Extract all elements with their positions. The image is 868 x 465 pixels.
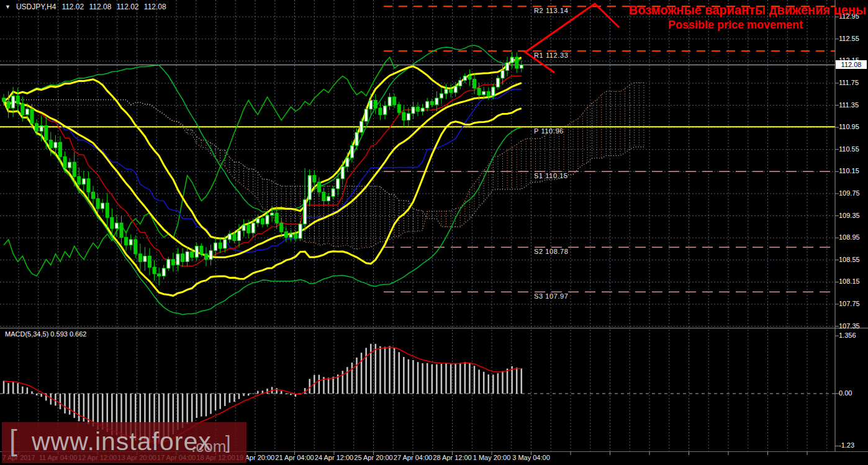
macd-histogram-bar	[78, 394, 80, 422]
watermark-bracket-right: ]	[225, 432, 230, 453]
macd-histogram-bar	[445, 363, 447, 394]
macd-histogram-bar	[224, 394, 226, 406]
macd-histogram-bar	[389, 346, 391, 394]
macd-histogram-bar	[12, 382, 14, 394]
candle-body	[266, 215, 269, 224]
candle-body	[176, 254, 179, 265]
candle-body	[171, 260, 174, 265]
candle-body	[238, 231, 241, 241]
macd-histogram-bar	[454, 364, 456, 394]
candle-body	[167, 260, 170, 268]
candle-body	[242, 225, 245, 231]
macd-histogram-bar	[191, 394, 193, 422]
candle-body	[304, 200, 307, 224]
chart-canvas[interactable]	[0, 0, 868, 465]
macd-histogram-bar	[497, 373, 499, 394]
price-axis-label: 108.55	[839, 256, 867, 263]
macd-histogram-bar	[356, 358, 358, 394]
candle-body	[115, 223, 118, 228]
bollinger-middle	[4, 83, 522, 258]
macd-histogram-bar	[427, 363, 428, 394]
macd-histogram-bar	[516, 368, 518, 394]
candle-body	[482, 91, 486, 94]
candle-body	[417, 107, 420, 111]
candle-body	[129, 240, 132, 245]
macd-histogram-bar	[229, 394, 231, 403]
candle-body	[379, 108, 382, 115]
annotation-text-en: Possible price movement	[668, 19, 803, 32]
candle-body	[256, 219, 260, 223]
candle-body	[214, 243, 217, 250]
price-axis-label: 108.15	[839, 278, 867, 285]
macd-histogram-bar	[3, 381, 5, 394]
candle-body	[332, 189, 335, 196]
candle-body	[492, 87, 495, 96]
time-axis-label: 3 May 04:00	[505, 454, 558, 461]
macd-histogram-bar	[346, 367, 348, 394]
macd-histogram-bar	[332, 377, 334, 394]
macd-histogram-bar	[201, 394, 202, 417]
macd-histogram-bar	[281, 391, 283, 394]
candle-body	[2, 98, 6, 101]
candle-body	[134, 240, 137, 254]
macd-histogram-bar	[403, 357, 405, 394]
candle-body	[280, 223, 283, 232]
candle-body	[337, 179, 340, 189]
watermark-suffix: .com	[191, 437, 226, 456]
candle-body	[111, 217, 114, 228]
candle-body	[454, 86, 457, 93]
macd-histogram-bar	[487, 374, 489, 394]
candle-body	[313, 176, 316, 183]
price-axis-label: 111.35	[839, 101, 867, 109]
macd-histogram-bar	[290, 394, 292, 395]
candle-body	[82, 179, 85, 184]
candle-body	[463, 76, 466, 80]
candle-body	[191, 251, 194, 257]
candle-body	[275, 213, 278, 223]
candle-body	[96, 199, 99, 209]
macd-histogram-bar	[238, 394, 240, 399]
candle-body	[496, 78, 499, 87]
candle-body	[308, 176, 311, 200]
macd-histogram-bar	[502, 371, 504, 394]
macd-indicator-label: MACD(5,34,5) 0.593 0.662	[5, 330, 86, 338]
candle-body	[21, 104, 24, 115]
pivot-label-s2: S2 108.78	[534, 248, 569, 255]
macd-histogram-bar	[276, 388, 278, 394]
candle-body	[435, 98, 438, 105]
macd-histogram-bar	[257, 391, 259, 394]
candle-body	[153, 267, 156, 274]
candle-body	[78, 176, 81, 184]
candle-body	[40, 125, 43, 131]
macd-histogram-bar	[233, 394, 235, 402]
candle-body	[16, 96, 19, 103]
macd-histogram-bar	[248, 394, 250, 395]
candle-body	[299, 224, 302, 238]
candle-body	[7, 101, 10, 108]
candle-body	[327, 196, 330, 201]
macd-histogram-bar	[309, 379, 310, 394]
macd-histogram-bar	[375, 344, 377, 394]
candle-body	[181, 254, 184, 261]
macd-histogram-bar	[469, 363, 471, 394]
candle-body	[369, 101, 373, 109]
candle-body	[63, 156, 66, 168]
candle-body	[261, 219, 264, 224]
macd-histogram-bar	[64, 394, 66, 413]
candle-body	[468, 76, 471, 79]
macd-histogram-bar	[328, 377, 330, 394]
candle-body	[106, 203, 109, 217]
candle-body	[350, 146, 353, 158]
macd-histogram-bar	[507, 369, 509, 394]
candle-body	[247, 225, 250, 233]
watermark-bracket-left: [	[9, 423, 17, 457]
macd-histogram-bar	[432, 364, 433, 394]
chart-quick-menu-icon[interactable]: ▼	[5, 3, 11, 11]
pivot-label-s3: S3 107.97	[534, 292, 569, 300]
candle-body	[271, 213, 274, 215]
macd-histogram-bar	[478, 369, 480, 394]
candle-body	[101, 203, 104, 209]
candle-body	[341, 166, 344, 179]
candle-body	[186, 251, 189, 261]
candle-body	[251, 223, 255, 233]
